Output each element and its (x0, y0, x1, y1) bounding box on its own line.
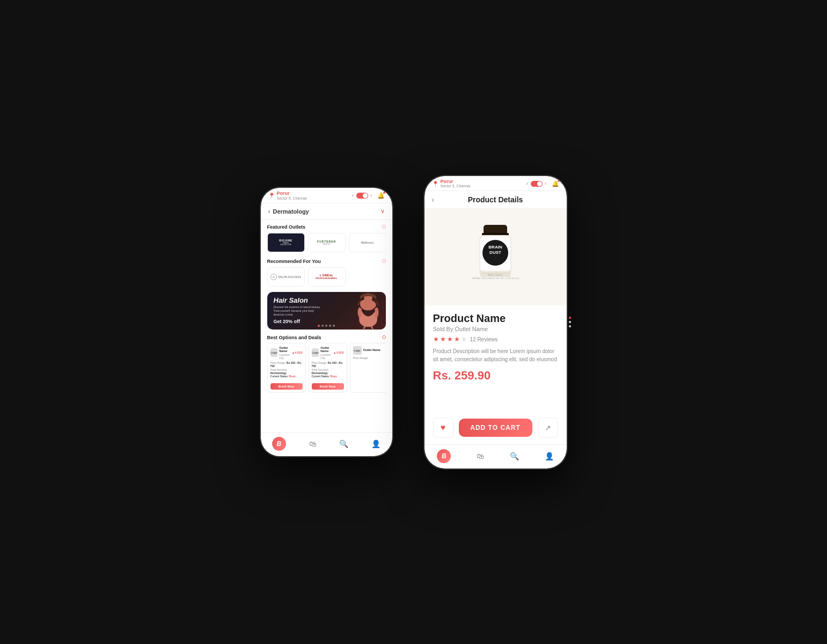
recommended-header: Recommended For You ⬡ (267, 259, 386, 264)
nav-home-right[interactable]: B (437, 449, 451, 463)
notification-icon-left[interactable]: 🔔 (377, 192, 385, 199)
svg-text:HERBAL SUPPLEMENT NET WT. 1.5O: HERBAL SUPPLEMENT NET WT. 1.5OZ (42.5G) (472, 277, 519, 280)
banner-title: Hair Salon (274, 297, 322, 304)
book-btn-1[interactable]: Book Now (270, 383, 303, 390)
product-name: Product Name (433, 312, 558, 325)
product-image-svg: BRAIN DUST · Moon Juice+ HERBAL SUPPLEME… (469, 222, 522, 292)
female-icon: ♀ (370, 193, 373, 198)
book-btn-2[interactable]: Book Now (312, 383, 344, 390)
deal-logo-1: Logo (270, 348, 278, 357)
share-button[interactable]: ↗ (538, 418, 558, 438)
phone-right-wrapper: 📍 Porur Sector 5, Chennai ♂ ♀ (425, 176, 567, 469)
deal-status-2: Current Status: Busy (312, 375, 344, 378)
bottom-nav-left: B 🛍 🔍 👤 (261, 432, 392, 456)
star-2: ★ (440, 335, 446, 343)
deal-header-2: Logo Outlet Name Location, City ★ 4.52/5 (312, 346, 344, 360)
recommended-title: Recommended For You (267, 259, 321, 264)
rec-salonsuccess[interactable]: ⊙ SALON SUCCESS (267, 267, 305, 287)
add-to-cart-button[interactable]: ADD TO CART (459, 419, 532, 437)
phone-right-screen: 📍 Porur Sector 5, Chennai ♂ ♀ (425, 176, 567, 469)
product-body: BRAIN DUST · Moon Juice+ HERBAL SUPPLEME… (425, 209, 567, 444)
rec-loreal[interactable]: L'ORÉAL PROFESSIONNEL (308, 267, 346, 287)
nav-home-left[interactable]: B (272, 437, 286, 451)
star-5: ★ (461, 335, 467, 343)
back-button-right[interactable]: ‹ (432, 195, 435, 204)
promo-banner[interactable]: Hair Salon Discover the essence of natur… (267, 292, 386, 330)
location-area-left: Sector 5, Chennai (277, 196, 307, 201)
product-description: Product Description will be here Lorem i… (433, 347, 558, 363)
deals-link[interactable]: ⬡ (382, 335, 386, 340)
wishlist-button[interactable]: ♥ (433, 418, 453, 438)
status-bar-left: 📍 Porur Sector 5, Chennai ♂ ♀ (261, 188, 392, 203)
deal-card-1[interactable]: Logo Outlet Name Location, City ★ 4.52/5 (267, 343, 306, 393)
outlet-wellness[interactable]: Wellness (349, 233, 386, 252)
deal-name-1: Outlet Name (279, 346, 290, 353)
expand-icon[interactable]: ∨ (380, 208, 385, 215)
phone-left: 📍 Porur Sector 5, Chennai ♂ ♀ (261, 188, 392, 456)
deal-rating-num-2: 4.52/5 (336, 351, 344, 354)
recommended-link[interactable]: ⬡ (382, 259, 386, 264)
featured-link[interactable]: ⬡ (382, 224, 386, 229)
product-info: Product Name Sold By Outlet Name ★ ★ ★ ★… (425, 305, 567, 411)
deal-star-1: ★ (292, 351, 295, 355)
svg-text:BRAIN: BRAIN (488, 245, 502, 250)
status-icons-right: ♂ ♀ 🔔 (526, 180, 559, 187)
scroll-dot-1 (569, 317, 571, 319)
review-count: 12 Reviews (470, 336, 498, 342)
back-button-left[interactable]: ‹ (268, 208, 270, 215)
nav-header-left: ‹ Dermatology ∨ (261, 203, 392, 220)
deal-info-1: Outlet Name Location, City (279, 346, 290, 360)
phone-right: 📍 Porur Sector 5, Chennai ♂ ♀ (425, 176, 567, 469)
notification-icon-right[interactable]: 🔔 (552, 180, 559, 187)
deals-title: Best Options and Deals ⬡ (267, 335, 386, 340)
svg-text:·: · (495, 256, 495, 259)
scroll-dot-3 (569, 325, 571, 327)
male-icon: ♂ (352, 193, 355, 198)
deal-location-1: Location, City (279, 353, 290, 360)
deal-info-2: Outlet Name Location, City (320, 346, 331, 360)
scroll-indicator (569, 317, 571, 327)
notification-dot-right (558, 180, 560, 182)
dot-5 (333, 325, 335, 327)
banner-image (354, 292, 383, 330)
deal-name-3: Outlet Name (363, 348, 385, 352)
nav-search-left[interactable]: 🔍 (339, 440, 348, 448)
featured-title: Featured Outlets (267, 224, 306, 230)
nav-cart-right[interactable]: 🛍 (477, 452, 484, 460)
nav-profile-right[interactable]: 👤 (545, 452, 554, 460)
outlet-biguine[interactable]: BIGUINE PARIS SALON & SPA (267, 233, 305, 252)
nav-title-left: Dermatology (273, 208, 309, 215)
toggle-thumb (363, 193, 368, 198)
search-icon-left: 🔍 (339, 440, 348, 448)
deal-status-1: Current Status: Busy (270, 375, 303, 378)
deal-name-2: Outlet Name (320, 346, 331, 353)
gender-toggle-left[interactable]: ♂ ♀ (352, 193, 373, 199)
outlet-furterer[interactable]: FURTERER PARIS (308, 233, 346, 252)
nav-search-right[interactable]: 🔍 (510, 452, 519, 460)
phones-container: 📍 Porur Sector 5, Chennai ♂ ♀ (261, 176, 567, 469)
location-left: 📍 Porur Sector 5, Chennai (268, 191, 307, 201)
deal-rating-num-1: 4.52/5 (295, 351, 303, 354)
home-icon-left: B (272, 437, 286, 451)
deal-card-3[interactable]: Logo Outlet Name Price Range: (350, 343, 386, 393)
featured-header: Featured Outlets ⬡ (267, 224, 386, 230)
deal-logo-3: Logo (353, 346, 362, 355)
outlets-row: BIGUINE PARIS SALON & SPA FURTERER PARIS… (267, 233, 386, 252)
toggle-track (356, 193, 368, 199)
nav-cart-left[interactable]: 🛍 (309, 440, 317, 448)
deal-price-3: Price Range: (353, 356, 385, 360)
product-stars: ★ ★ ★ ★ ★ (433, 335, 467, 343)
search-icon-right: 🔍 (510, 452, 519, 460)
deal-header-3: Logo Outlet Name (353, 346, 385, 355)
banner-discount: Get 20% off (274, 319, 322, 324)
nav-profile-left[interactable]: 👤 (371, 440, 380, 448)
deal-price-2: Price Range: Rs 150 - Rs. 750 (312, 361, 344, 368)
star-4: ★ (454, 335, 460, 343)
loreal-logo: L'ORÉAL PROFESSIONNEL (316, 274, 338, 280)
deal-rating-1: ★ 4.52/5 (292, 351, 303, 355)
toggle-track-right (531, 181, 543, 187)
product-rating-row: ★ ★ ★ ★ ★ 12 Reviews (433, 335, 558, 343)
deal-card-2[interactable]: Logo Outlet Name Location, City ★ 4.52/5 (309, 343, 347, 393)
gender-toggle-right[interactable]: ♂ ♀ (526, 181, 547, 187)
featured-outlets-section: Featured Outlets ⬡ BIGUINE PARIS SALON &… (261, 220, 392, 254)
